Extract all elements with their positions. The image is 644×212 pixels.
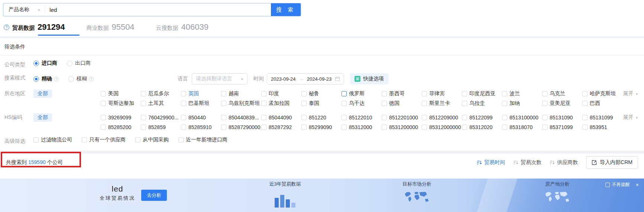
radio-importer[interactable]: 进口商 xyxy=(33,60,57,67)
hs-code-option[interactable]: 85312000 xyxy=(342,124,382,130)
tab-trade-data[interactable]: ? 贸易数据 291294 xyxy=(4,22,65,36)
hs-code-option[interactable]: 8512201000 xyxy=(382,115,422,121)
hs-code-option[interactable]: 85285910 xyxy=(181,124,221,130)
checkbox-label: 近一年新增进口商 xyxy=(186,136,227,143)
search-category-dropdown[interactable]: 产品名称 ∨ xyxy=(3,3,45,16)
hs-code-option[interactable]: 85122099 xyxy=(462,115,502,121)
checkbox-icon xyxy=(301,101,307,106)
close-icon[interactable]: × xyxy=(636,182,639,187)
hs-expand-button[interactable]: 展开 ∨ xyxy=(623,114,644,121)
hs-code-option[interactable]: 85312020 xyxy=(462,124,502,130)
region-option[interactable]: 秘鲁 xyxy=(301,90,342,97)
checkbox-label: 哥斯达黎加 xyxy=(108,100,134,107)
company-type-row: 公司类型 进口商 出口商 xyxy=(0,60,644,69)
region-option[interactable]: 乌克兰 xyxy=(542,90,582,97)
region-option[interactable]: 厄瓜多尔 xyxy=(141,90,181,97)
hs-code-option[interactable]: 850440839... xyxy=(221,115,261,121)
hs-code-option[interactable]: 8513100000 xyxy=(502,115,542,121)
region-option[interactable]: 菲律宾 xyxy=(422,90,462,97)
advanced-filter-option[interactable]: 只有一个供应商 xyxy=(82,136,126,143)
checkbox-label: 孟加拉国 xyxy=(269,100,289,107)
language-select[interactable]: 请选择翻译语言 ∨ xyxy=(192,73,247,84)
hs-code-option[interactable]: 85371099 xyxy=(542,124,582,130)
checkbox-icon xyxy=(542,125,547,130)
banner-origin-item: 原产地分析 xyxy=(530,181,585,205)
region-expand-button[interactable]: 展开 ∨ xyxy=(623,90,644,97)
radio-exact[interactable]: 精确 ? xyxy=(33,76,59,82)
hs-code-option[interactable]: 8512209000 xyxy=(422,115,462,121)
region-option[interactable]: 印度尼西亚 xyxy=(462,90,502,97)
quick-options-button[interactable]: ⌘ 快捷选项 xyxy=(350,73,388,84)
region-option[interactable]: 亚美尼亚 xyxy=(542,100,582,107)
date-range-picker[interactable]: 2023-09-24 → 2024-09-23 xyxy=(267,73,344,84)
region-option[interactable]: 哈萨克斯坦 xyxy=(582,90,622,97)
hs-code-option[interactable]: 85131099 xyxy=(582,115,622,121)
region-option[interactable]: 美国 xyxy=(101,90,141,97)
region-option[interactable]: 波兰 xyxy=(502,90,542,97)
hs-code-option[interactable]: 85287290000 xyxy=(221,124,261,130)
checkbox-icon xyxy=(141,125,146,130)
region-option[interactable]: 乌拉圭 xyxy=(462,100,502,107)
region-option[interactable]: 越南 xyxy=(221,90,261,97)
region-option[interactable]: 泰国 xyxy=(301,100,342,107)
search-input[interactable] xyxy=(45,3,271,16)
region-option[interactable]: 俄罗斯 xyxy=(342,90,382,97)
hs-code-option[interactable]: 85318070 xyxy=(502,124,542,130)
region-option[interactable]: 哥斯达黎加 xyxy=(101,100,141,107)
chevron-down-icon: ∨ xyxy=(635,92,638,96)
region-all-chip[interactable]: 全部 xyxy=(33,90,52,98)
hs-code-option[interactable]: 850440 xyxy=(181,115,221,121)
import-crm-button[interactable]: 导入内部CRM xyxy=(586,156,638,169)
radio-icon xyxy=(33,61,39,66)
hs-code-option[interactable]: 85122010 xyxy=(342,115,382,121)
hs-code-option[interactable]: 85285200 xyxy=(101,124,141,130)
region-option[interactable]: 加纳 xyxy=(502,100,542,107)
region-option[interactable]: 英国 xyxy=(181,90,221,97)
region-option[interactable]: 孟加拉国 xyxy=(261,100,301,107)
advanced-filter-option[interactable]: 近一年新增进口商 xyxy=(178,136,227,143)
hs-code-option[interactable]: 851220 xyxy=(301,115,342,121)
region-option[interactable]: 德国 xyxy=(382,100,422,107)
hs-code-option[interactable]: 85287292 xyxy=(261,124,301,130)
search-button[interactable]: 搜 索 xyxy=(271,3,301,16)
checkbox-label: 85285910 xyxy=(188,124,211,130)
region-option[interactable]: 巴基斯坦 xyxy=(181,100,221,107)
checkbox-icon xyxy=(422,125,427,130)
region-option[interactable]: 印度 xyxy=(261,90,301,97)
sort-trade-time-button[interactable]: 贸易时间 xyxy=(477,159,505,166)
region-option[interactable]: 巴西 xyxy=(582,100,622,107)
help-icon[interactable]: ? xyxy=(4,25,9,30)
hs-all-chip[interactable]: 全部 xyxy=(33,113,52,122)
advanced-filter-option[interactable]: 从中国采购 xyxy=(135,136,169,143)
hs-code-option[interactable]: 852859 xyxy=(141,124,181,130)
dismiss-checkbox[interactable] xyxy=(605,183,610,187)
region-option[interactable]: 墨西哥 xyxy=(382,90,422,97)
sort-supplier-count-button[interactable]: 供应商数 xyxy=(550,159,578,166)
checkbox-icon xyxy=(101,91,106,96)
region-option[interactable]: 斯里兰卡 xyxy=(422,100,462,107)
hs-code-option[interactable]: 85044090 xyxy=(261,115,301,121)
chevron-down-icon: ∨ xyxy=(635,116,638,119)
hs-code-label: HS编码 xyxy=(4,113,33,122)
radio-exporter[interactable]: 出口商 xyxy=(67,60,91,67)
advanced-filter-option[interactable]: 过滤物流公司 xyxy=(33,136,72,143)
sort-trade-count-button[interactable]: 贸易次数 xyxy=(513,159,541,166)
checkbox-label: 85299090 xyxy=(309,124,332,130)
tab-business-data[interactable]: 商业数据 95504 xyxy=(86,22,134,36)
radio-fuzzy[interactable]: 模糊 ? xyxy=(68,76,94,82)
checkbox-label: 过滤物流公司 xyxy=(41,136,72,143)
region-option[interactable]: 土耳其 xyxy=(141,100,181,107)
hs-code-option[interactable]: 8531200000 xyxy=(382,124,422,130)
hs-code-option[interactable]: 39269099 xyxy=(101,115,141,121)
checkbox-label: 8513100000 xyxy=(509,115,538,121)
hs-code-option[interactable]: 85312000000 xyxy=(422,124,462,130)
hs-code-option[interactable]: 760429900... xyxy=(141,115,181,121)
region-option[interactable]: 乌干达 xyxy=(342,100,382,107)
result-count[interactable]: 159590 xyxy=(28,159,46,165)
tab-cloud-data[interactable]: 云搜数据 406039 xyxy=(156,22,208,36)
region-option[interactable]: 乌兹别克斯坦 xyxy=(221,100,261,107)
hs-code-option[interactable]: 85131090 xyxy=(542,115,582,121)
analyze-button[interactable]: 去分析 xyxy=(141,190,167,201)
hs-code-option[interactable]: 85299090 xyxy=(301,124,342,130)
hs-code-option[interactable]: 853951 xyxy=(582,124,622,130)
